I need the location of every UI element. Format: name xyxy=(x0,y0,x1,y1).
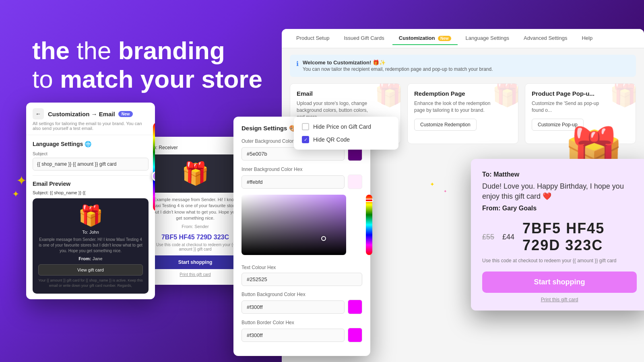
btn-border-input[interactable] xyxy=(242,329,345,342)
hero-title: the the branding to match your store xyxy=(32,36,262,94)
back-button[interactable]: ← xyxy=(33,108,44,119)
ep-to: To: Receiver xyxy=(151,145,239,150)
redemption-card: Redemption Page Enhance the look of the … xyxy=(407,83,518,144)
btn-bg-field: Button Background Color Hex xyxy=(242,292,362,314)
customization-new-badge: New xyxy=(438,36,451,41)
rc-code: 7BF5 HF45 729D 323C xyxy=(522,220,637,254)
rc-to: To: Matthew xyxy=(482,171,637,178)
rc-print-link[interactable]: Print this gift card xyxy=(482,297,637,302)
inner-bg-field: Inner Background Color Hex xyxy=(242,167,362,189)
btn-bg-input[interactable] xyxy=(242,300,345,314)
hero-section: the the branding to match your store xyxy=(32,36,262,94)
checkbox-popup: Hide Price on Gift Card ✓ Hide QR Code xyxy=(294,117,398,150)
app-nav: Product Setup Issued Gift Cards Customiz… xyxy=(282,29,644,48)
confetti-3: ✦ xyxy=(430,181,435,187)
tab-product-setup[interactable]: Product Setup xyxy=(290,32,336,45)
ep-redeem: Use this code at checkout to redeem your… xyxy=(151,243,239,251)
ep-from: From: Sender xyxy=(151,224,239,229)
text-color-input[interactable] xyxy=(242,273,362,286)
info-icon: ℹ xyxy=(296,60,299,68)
color-picker-handle[interactable] xyxy=(321,236,326,241)
hide-qr-item: ✓ Hide QR Code xyxy=(302,136,390,143)
rc-message: Dude! Love you. Happy Birthday, I hope y… xyxy=(482,181,637,202)
rc-from: From: Gary Goals xyxy=(482,205,637,212)
ep-code: 7BF5 HF45 729D 323C xyxy=(151,234,239,241)
redemption-card-desc: Enhance the look of the redemption page … xyxy=(414,100,495,114)
btn-bg-swatch[interactable] xyxy=(348,300,362,314)
hide-qr-label: Hide QR Code xyxy=(313,136,350,143)
email-window-header: ← Customization → Email New All settings… xyxy=(26,103,155,135)
card-message: Example message from Sender. Hi! I know … xyxy=(38,237,143,254)
email-preview-label: Email Preview xyxy=(33,181,149,187)
hue-slider-knob[interactable] xyxy=(365,199,373,202)
language-settings-title: Language Settings 🌐 xyxy=(33,141,149,147)
hero-match: match your store xyxy=(60,65,262,93)
hide-qr-checkbox[interactable]: ✓ xyxy=(302,136,309,143)
confetti-4: ✦ xyxy=(444,189,447,193)
rc-start-shopping-button[interactable]: Start shopping xyxy=(482,272,637,293)
inner-bg-swatch[interactable] xyxy=(348,175,362,189)
hide-price-item: Hide Price on Gift Card xyxy=(302,123,390,130)
email-window: ← Customization → Email New All settings… xyxy=(26,103,155,299)
info-title: Welcome to Customization! 🎁✨ xyxy=(303,60,386,66)
rc-original-price: £55 xyxy=(482,233,494,241)
ep-start-shopping-button[interactable]: Start shopping xyxy=(151,255,239,269)
subject-input[interactable] xyxy=(33,158,149,171)
ep-gift-image: 🎁 xyxy=(151,154,239,193)
gift-image: 🎁 xyxy=(38,204,143,227)
color-slider[interactable] xyxy=(153,123,155,211)
inner-bg-input[interactable] xyxy=(242,175,345,189)
email-window-subtitle: All settings for tailoring the email to … xyxy=(33,121,149,131)
right-gift-card-panel: To: Matthew Dude! Love you. Happy Birthd… xyxy=(471,159,644,311)
hero-branding: branding xyxy=(118,37,225,64)
btn-border-label: Button Border Color Hex xyxy=(242,320,362,325)
rc-prices: £55 £44 7BF5 HF45 729D 323C xyxy=(482,220,637,254)
email-window-body: Language Settings 🌐 Subject Email Previe… xyxy=(26,135,155,299)
design-settings-panel: Design Settings 🎨 Outer Background Color… xyxy=(233,117,370,356)
card-terms: Your {{ amount }} gift card for {{ shop_… xyxy=(38,278,143,288)
btn-bg-label: Button Background Color Hex xyxy=(242,292,362,297)
preview-subject: Subject: {{ shop_name }} {{ xyxy=(33,190,149,195)
tab-customization[interactable]: Customization New xyxy=(392,32,458,45)
btn-border-swatch[interactable] xyxy=(348,328,362,342)
text-color-label: Text Colour Hex xyxy=(242,265,362,270)
tab-language-settings[interactable]: Language Settings xyxy=(459,32,516,45)
card-from: From: Jane xyxy=(38,256,143,261)
hide-price-label: Hide Price on Gift Card xyxy=(313,123,371,130)
tab-issued-gift-cards[interactable]: Issued Gift Cards xyxy=(337,32,390,45)
popup-card-desc: Customize the 'Send as pop-up found o... xyxy=(532,100,612,114)
popup-gift-decoration: 🎁 xyxy=(609,83,636,108)
inner-bg-label: Inner Background Color Hex xyxy=(242,167,362,172)
text-color-field: Text Colour Hex xyxy=(242,265,362,286)
info-banner: ℹ Welcome to Customization! 🎁✨ You can n… xyxy=(290,55,636,77)
email-preview-panel: To: Receiver 🎁 Example message from Send… xyxy=(143,137,248,285)
tab-advanced-settings[interactable]: Advanced Settings xyxy=(517,32,574,45)
ep-print-link[interactable]: Print this gift card xyxy=(151,272,239,277)
dark-gift-card: 🎁 To: John Example message from Sender. … xyxy=(33,198,149,294)
redemption-gift-decoration: 🎁 xyxy=(492,83,518,108)
hero-the: the xyxy=(76,37,118,64)
hide-price-checkbox[interactable] xyxy=(302,123,309,130)
rc-redeem: Use this code at checkout to redeem your… xyxy=(482,258,637,263)
hue-slider[interactable] xyxy=(366,195,372,255)
email-window-title: Customization → Email xyxy=(48,111,115,117)
email-gift-decoration: 🎁 xyxy=(374,83,401,108)
view-gift-card-button[interactable]: View gift card xyxy=(38,264,143,276)
info-body: You can now tailor the recipient email, … xyxy=(303,66,493,72)
email-new-badge: New xyxy=(118,111,133,117)
subject-label: Subject xyxy=(33,151,149,156)
btn-border-field: Button Border Color Hex xyxy=(242,320,362,342)
rc-discount-price: £44 xyxy=(502,233,514,241)
customize-redemption-button[interactable]: Customize Redemption xyxy=(414,119,477,131)
hero-to: to xyxy=(32,65,60,93)
color-picker-area xyxy=(242,195,362,259)
rc-heart: ❤️ xyxy=(543,192,551,200)
color-gradient[interactable] xyxy=(242,195,346,255)
ep-message: Example message from Sender. Hi! I know … xyxy=(151,197,239,222)
tab-help[interactable]: Help xyxy=(575,32,599,45)
hero-tailor: the xyxy=(32,37,70,64)
card-to: To: John xyxy=(38,230,143,234)
